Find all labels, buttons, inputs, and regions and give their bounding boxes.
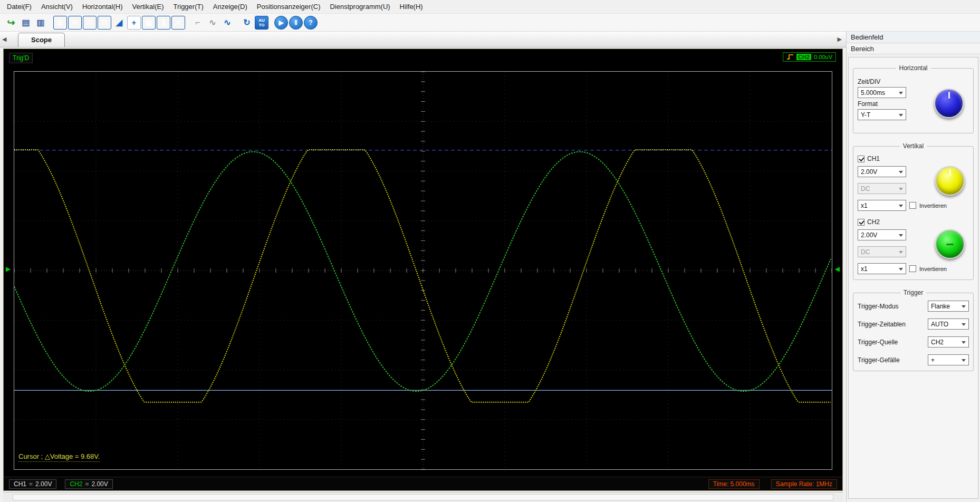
- ramp-icon[interactable]: ◢: [112, 16, 126, 30]
- trigger-source-badge: CH2: [796, 54, 811, 60]
- trigger-edge-icon: [786, 54, 794, 60]
- ch1-invert-checkbox[interactable]: [909, 202, 916, 209]
- ch1-probe-select[interactable]: x1: [858, 200, 906, 211]
- horizontal-scrollbar[interactable]: [13, 494, 833, 500]
- step-wave-icon[interactable]: ⌐: [191, 16, 205, 30]
- trigger-quelle-select[interactable]: CH2: [928, 336, 969, 347]
- ch1-label: CH1: [14, 480, 26, 488]
- cursor-tool-icon[interactable]: +: [127, 16, 141, 30]
- ch2-readout: CH2 = 2.00V: [65, 479, 112, 489]
- ch1-checkbox-label: CH1: [867, 155, 880, 162]
- horizontal-position-knob[interactable]: [934, 89, 964, 118]
- run-icon[interactable]: ▶: [274, 16, 288, 30]
- tab-scroll-left-icon[interactable]: ◀: [2, 36, 6, 43]
- trigger-readout: CH2 0.00uV: [783, 52, 836, 62]
- refresh-icon[interactable]: ↻: [240, 16, 254, 30]
- waveform-pulse-icon[interactable]: ⊓: [83, 16, 97, 30]
- ch2-label: CH2: [70, 480, 82, 488]
- trigger-quelle-label: Trigger-Quelle: [858, 339, 928, 346]
- trigger-modus-select[interactable]: Flanke: [928, 301, 969, 312]
- ch2-invert-checkbox[interactable]: [909, 265, 916, 272]
- waveform-display[interactable]: [14, 72, 832, 469]
- panel-body: Horizontal Zeit/DIV 5.000ms Format Y-T V…: [848, 57, 978, 499]
- panel-section: Bereich: [847, 43, 980, 54]
- waveform-pulse2-icon[interactable]: ⊓: [98, 16, 111, 30]
- trigger-zeitablen-select[interactable]: AUTO: [928, 318, 969, 330]
- ch1-coupling-icon: =: [29, 480, 33, 488]
- trigger-modus-label: Trigger-Modus: [858, 303, 928, 310]
- pause-icon[interactable]: Ⅱ: [289, 16, 303, 30]
- ch2-coupling-icon: =: [85, 480, 89, 488]
- sample-rate-readout: Sample Rate: 1MHz: [771, 479, 837, 489]
- vertikal-group: Vertikal CH1 2.00V DC x1 Invertieren: [853, 146, 974, 280]
- zeit-div-select[interactable]: 5.000ms: [858, 87, 906, 98]
- toolbar: ↪ ▤ ▥ ⊞ R ⊓ ⊓ ◢ + ▦ ∥ ≡ ⌐ ∿ ∿ ↻ AU TO ▶ …: [0, 14, 980, 32]
- bottom-strip: [3, 492, 843, 502]
- menu-dienstprogramm[interactable]: Dienstprogramm(U): [325, 1, 395, 13]
- ch2-enable-checkbox[interactable]: [858, 219, 864, 226]
- trigger-group: Trigger Trigger-Modus Flanke Trigger-Zei…: [853, 293, 974, 371]
- ch2-invert-label: Invertieren: [919, 266, 947, 272]
- trigger-zeitablen-label: Trigger-Zeitablen: [858, 321, 928, 328]
- menu-horizontal[interactable]: Horizontal(H): [78, 1, 128, 13]
- menu-hilfe[interactable]: Hilfe(H): [395, 1, 428, 13]
- horizontal-group-legend: Horizontal: [896, 64, 930, 72]
- ch1-readout: CH1 = 2.00V: [9, 479, 56, 489]
- app-window: Datei(F) Ansicht(V) Horizontal(H) Vertik…: [0, 0, 980, 502]
- ch2-ground-marker-right[interactable]: ◀: [835, 266, 840, 272]
- tab-bar: ◀ Scope ▶: [0, 32, 846, 47]
- menu-anzeige[interactable]: Anzeige(D): [208, 1, 252, 13]
- recall-icon[interactable]: R: [68, 16, 82, 30]
- ch2-coupling-select[interactable]: DC: [858, 246, 906, 257]
- scope-display: Trig'D CH2 0.00uV Cursor ; △Voltage = 9.…: [3, 49, 843, 491]
- horizontal-group: Horizontal Zeit/DIV 5.000ms Format Y-T: [853, 68, 974, 133]
- ch1-coupling-select[interactable]: DC: [858, 183, 906, 194]
- panel-setup-icon[interactable]: ⊞: [53, 16, 67, 30]
- autoset-icon[interactable]: AU TO: [255, 16, 268, 30]
- panel-title: Bedienfeld: [847, 32, 980, 43]
- ch2-scale-value: 2.00V: [91, 480, 108, 488]
- scope-status-bar: CH1 = 2.00V CH2 = 2.00V Time: 5.000ms Sa…: [4, 477, 842, 490]
- ch1-scale-select[interactable]: 2.00V: [858, 166, 906, 177]
- tab-scroll-right-icon[interactable]: ▶: [838, 36, 842, 43]
- help-icon[interactable]: ?: [304, 16, 318, 30]
- ch2-probe-select[interactable]: x1: [858, 263, 906, 274]
- format-select[interactable]: Y-T: [858, 109, 906, 120]
- vertical-cursors-icon[interactable]: ∥: [157, 16, 170, 30]
- ch2-checkbox-label: CH2: [867, 218, 880, 226]
- sine-wave-icon[interactable]: ∿: [220, 16, 234, 30]
- control-panel: Bedienfeld Bereich Horizontal Zeit/DIV 5…: [846, 32, 980, 502]
- save-icon[interactable]: ▤: [19, 16, 33, 30]
- menu-trigger[interactable]: Trigger(T): [168, 1, 208, 13]
- ch2-position-knob[interactable]: [935, 229, 965, 259]
- trigger-gefaelle-label: Trigger-Gefälle: [858, 356, 928, 364]
- menu-datei[interactable]: Datei(F): [2, 1, 36, 13]
- format-label: Format: [858, 100, 910, 108]
- menu-ansicht[interactable]: Ansicht(V): [36, 1, 78, 13]
- trigger-level-value: 0.00uV: [814, 54, 832, 60]
- zeit-div-label: Zeit/DIV: [858, 78, 910, 85]
- trigger-gefaelle-select[interactable]: +: [928, 354, 969, 365]
- menu-positionsanzeiger[interactable]: Positionsanzeiger(C): [252, 1, 325, 13]
- cursor-delta-readout: Cursor ; △Voltage = 9.68V.: [18, 452, 100, 462]
- ch1-invert-label: Invertieren: [919, 202, 947, 209]
- ch1-position-knob[interactable]: [935, 166, 965, 196]
- open-file-icon[interactable]: ↪: [4, 16, 18, 30]
- trigger-status-badge: Trig'D: [9, 53, 33, 63]
- ch2-ground-marker-left[interactable]: ▶: [6, 266, 11, 272]
- print-icon[interactable]: ▥: [34, 16, 47, 30]
- ch1-enable-checkbox[interactable]: [858, 156, 864, 162]
- menu-bar: Datei(F) Ansicht(V) Horizontal(H) Vertik…: [0, 0, 980, 14]
- menu-vertikal[interactable]: Vertikal(E): [128, 1, 169, 13]
- sine-wave-gray-icon[interactable]: ∿: [206, 16, 219, 30]
- ch1-waveform: [14, 150, 831, 402]
- trigger-group-legend: Trigger: [900, 289, 927, 296]
- timebase-readout: Time: 5.000ms: [708, 479, 760, 489]
- vertikal-group-legend: Vertikal: [900, 142, 927, 150]
- ch2-scale-select[interactable]: 2.00V: [858, 229, 906, 240]
- tab-scope[interactable]: Scope: [18, 33, 65, 47]
- waveform-plot-area[interactable]: Cursor ; △Voltage = 9.68V.: [14, 71, 832, 470]
- ch2-waveform: [14, 152, 831, 391]
- horizontal-cursors-icon[interactable]: ≡: [171, 16, 185, 30]
- grid-display-icon[interactable]: ▦: [142, 16, 156, 30]
